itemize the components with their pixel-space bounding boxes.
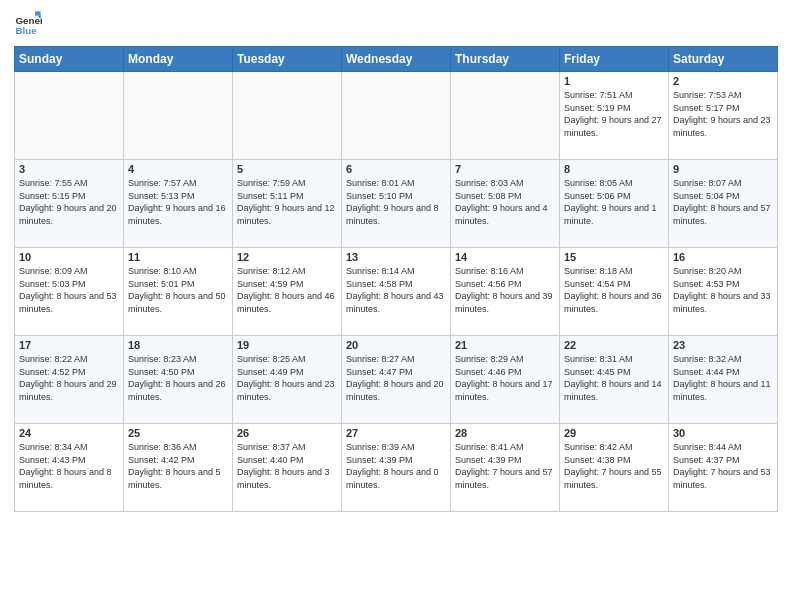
header-saturday: Saturday: [669, 47, 778, 72]
calendar-cell: 10Sunrise: 8:09 AM Sunset: 5:03 PM Dayli…: [15, 248, 124, 336]
day-number: 9: [673, 163, 773, 175]
day-info: Sunrise: 8:23 AM Sunset: 4:50 PM Dayligh…: [128, 353, 228, 403]
day-info: Sunrise: 8:05 AM Sunset: 5:06 PM Dayligh…: [564, 177, 664, 227]
day-number: 11: [128, 251, 228, 263]
day-number: 26: [237, 427, 337, 439]
calendar-cell: [233, 72, 342, 160]
calendar-cell: 8Sunrise: 8:05 AM Sunset: 5:06 PM Daylig…: [560, 160, 669, 248]
day-number: 24: [19, 427, 119, 439]
day-number: 13: [346, 251, 446, 263]
calendar-cell: 18Sunrise: 8:23 AM Sunset: 4:50 PM Dayli…: [124, 336, 233, 424]
calendar-cell: 2Sunrise: 7:53 AM Sunset: 5:17 PM Daylig…: [669, 72, 778, 160]
day-number: 27: [346, 427, 446, 439]
day-info: Sunrise: 7:59 AM Sunset: 5:11 PM Dayligh…: [237, 177, 337, 227]
calendar-cell: 7Sunrise: 8:03 AM Sunset: 5:08 PM Daylig…: [451, 160, 560, 248]
calendar-cell: 23Sunrise: 8:32 AM Sunset: 4:44 PM Dayli…: [669, 336, 778, 424]
header-wednesday: Wednesday: [342, 47, 451, 72]
day-info: Sunrise: 8:42 AM Sunset: 4:38 PM Dayligh…: [564, 441, 664, 491]
day-number: 1: [564, 75, 664, 87]
calendar-cell: 14Sunrise: 8:16 AM Sunset: 4:56 PM Dayli…: [451, 248, 560, 336]
logo: General Blue: [14, 10, 46, 38]
calendar-cell: 21Sunrise: 8:29 AM Sunset: 4:46 PM Dayli…: [451, 336, 560, 424]
calendar-table: SundayMondayTuesdayWednesdayThursdayFrid…: [14, 46, 778, 512]
calendar-cell: [124, 72, 233, 160]
day-number: 10: [19, 251, 119, 263]
header-monday: Monday: [124, 47, 233, 72]
calendar-cell: 12Sunrise: 8:12 AM Sunset: 4:59 PM Dayli…: [233, 248, 342, 336]
day-info: Sunrise: 8:12 AM Sunset: 4:59 PM Dayligh…: [237, 265, 337, 315]
header-friday: Friday: [560, 47, 669, 72]
calendar-cell: 11Sunrise: 8:10 AM Sunset: 5:01 PM Dayli…: [124, 248, 233, 336]
calendar-cell: [451, 72, 560, 160]
calendar-cell: 17Sunrise: 8:22 AM Sunset: 4:52 PM Dayli…: [15, 336, 124, 424]
calendar-cell: 22Sunrise: 8:31 AM Sunset: 4:45 PM Dayli…: [560, 336, 669, 424]
day-number: 5: [237, 163, 337, 175]
day-number: 2: [673, 75, 773, 87]
day-info: Sunrise: 7:57 AM Sunset: 5:13 PM Dayligh…: [128, 177, 228, 227]
svg-marker-2: [35, 11, 41, 15]
calendar-cell: 6Sunrise: 8:01 AM Sunset: 5:10 PM Daylig…: [342, 160, 451, 248]
day-number: 8: [564, 163, 664, 175]
day-info: Sunrise: 7:53 AM Sunset: 5:17 PM Dayligh…: [673, 89, 773, 139]
day-number: 20: [346, 339, 446, 351]
day-info: Sunrise: 8:29 AM Sunset: 4:46 PM Dayligh…: [455, 353, 555, 403]
day-number: 25: [128, 427, 228, 439]
day-info: Sunrise: 8:25 AM Sunset: 4:49 PM Dayligh…: [237, 353, 337, 403]
day-number: 29: [564, 427, 664, 439]
day-info: Sunrise: 8:07 AM Sunset: 5:04 PM Dayligh…: [673, 177, 773, 227]
calendar-cell: 13Sunrise: 8:14 AM Sunset: 4:58 PM Dayli…: [342, 248, 451, 336]
calendar-cell: 3Sunrise: 7:55 AM Sunset: 5:15 PM Daylig…: [15, 160, 124, 248]
calendar-cell: [15, 72, 124, 160]
day-info: Sunrise: 8:31 AM Sunset: 4:45 PM Dayligh…: [564, 353, 664, 403]
calendar-cell: 19Sunrise: 8:25 AM Sunset: 4:49 PM Dayli…: [233, 336, 342, 424]
day-number: 21: [455, 339, 555, 351]
day-info: Sunrise: 8:36 AM Sunset: 4:42 PM Dayligh…: [128, 441, 228, 491]
calendar-cell: 28Sunrise: 8:41 AM Sunset: 4:39 PM Dayli…: [451, 424, 560, 512]
day-number: 30: [673, 427, 773, 439]
day-info: Sunrise: 8:09 AM Sunset: 5:03 PM Dayligh…: [19, 265, 119, 315]
day-info: Sunrise: 8:44 AM Sunset: 4:37 PM Dayligh…: [673, 441, 773, 491]
day-info: Sunrise: 7:55 AM Sunset: 5:15 PM Dayligh…: [19, 177, 119, 227]
day-number: 19: [237, 339, 337, 351]
day-info: Sunrise: 8:41 AM Sunset: 4:39 PM Dayligh…: [455, 441, 555, 491]
day-number: 16: [673, 251, 773, 263]
day-number: 14: [455, 251, 555, 263]
calendar-cell: 24Sunrise: 8:34 AM Sunset: 4:43 PM Dayli…: [15, 424, 124, 512]
day-info: Sunrise: 8:16 AM Sunset: 4:56 PM Dayligh…: [455, 265, 555, 315]
svg-text:Blue: Blue: [15, 25, 37, 36]
calendar-cell: 27Sunrise: 8:39 AM Sunset: 4:39 PM Dayli…: [342, 424, 451, 512]
day-number: 23: [673, 339, 773, 351]
day-info: Sunrise: 8:27 AM Sunset: 4:47 PM Dayligh…: [346, 353, 446, 403]
day-number: 6: [346, 163, 446, 175]
calendar-cell: 25Sunrise: 8:36 AM Sunset: 4:42 PM Dayli…: [124, 424, 233, 512]
calendar-cell: 1Sunrise: 7:51 AM Sunset: 5:19 PM Daylig…: [560, 72, 669, 160]
day-number: 4: [128, 163, 228, 175]
day-info: Sunrise: 7:51 AM Sunset: 5:19 PM Dayligh…: [564, 89, 664, 139]
calendar-cell: 4Sunrise: 7:57 AM Sunset: 5:13 PM Daylig…: [124, 160, 233, 248]
calendar-cell: 5Sunrise: 7:59 AM Sunset: 5:11 PM Daylig…: [233, 160, 342, 248]
day-info: Sunrise: 8:18 AM Sunset: 4:54 PM Dayligh…: [564, 265, 664, 315]
calendar-cell: [342, 72, 451, 160]
header-thursday: Thursday: [451, 47, 560, 72]
day-number: 3: [19, 163, 119, 175]
day-info: Sunrise: 8:34 AM Sunset: 4:43 PM Dayligh…: [19, 441, 119, 491]
calendar-cell: 16Sunrise: 8:20 AM Sunset: 4:53 PM Dayli…: [669, 248, 778, 336]
day-info: Sunrise: 8:32 AM Sunset: 4:44 PM Dayligh…: [673, 353, 773, 403]
day-info: Sunrise: 8:39 AM Sunset: 4:39 PM Dayligh…: [346, 441, 446, 491]
day-info: Sunrise: 8:03 AM Sunset: 5:08 PM Dayligh…: [455, 177, 555, 227]
header-sunday: Sunday: [15, 47, 124, 72]
day-info: Sunrise: 8:14 AM Sunset: 4:58 PM Dayligh…: [346, 265, 446, 315]
day-info: Sunrise: 8:37 AM Sunset: 4:40 PM Dayligh…: [237, 441, 337, 491]
day-number: 15: [564, 251, 664, 263]
calendar-cell: 30Sunrise: 8:44 AM Sunset: 4:37 PM Dayli…: [669, 424, 778, 512]
day-number: 22: [564, 339, 664, 351]
day-info: Sunrise: 8:22 AM Sunset: 4:52 PM Dayligh…: [19, 353, 119, 403]
day-number: 7: [455, 163, 555, 175]
calendar-cell: 9Sunrise: 8:07 AM Sunset: 5:04 PM Daylig…: [669, 160, 778, 248]
day-info: Sunrise: 8:10 AM Sunset: 5:01 PM Dayligh…: [128, 265, 228, 315]
calendar-cell: 15Sunrise: 8:18 AM Sunset: 4:54 PM Dayli…: [560, 248, 669, 336]
header-tuesday: Tuesday: [233, 47, 342, 72]
day-info: Sunrise: 8:01 AM Sunset: 5:10 PM Dayligh…: [346, 177, 446, 227]
calendar-cell: 29Sunrise: 8:42 AM Sunset: 4:38 PM Dayli…: [560, 424, 669, 512]
day-number: 17: [19, 339, 119, 351]
